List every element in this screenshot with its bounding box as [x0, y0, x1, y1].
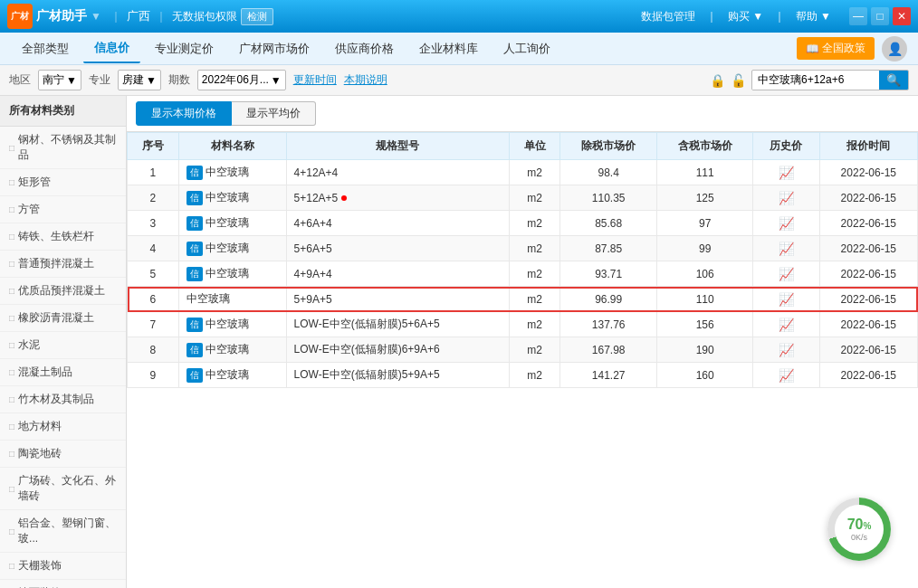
- info-badge[interactable]: 信: [186, 191, 203, 205]
- chart-icon[interactable]: 📈: [779, 166, 794, 180]
- cell-chart[interactable]: 📈: [753, 337, 819, 363]
- chart-icon[interactable]: 📈: [779, 343, 794, 357]
- sidebar-item-cast-iron[interactable]: □ 铸铁、生铁栏杆: [0, 223, 126, 251]
- table-row[interactable]: 7信中空玻璃LOW-E中空(低辐射膜)5+6A+5m2137.76156📈202…: [128, 312, 918, 337]
- help-btn[interactable]: 帮助 ▼: [796, 9, 831, 24]
- progress-percent: 70%: [847, 517, 872, 533]
- cell-chart[interactable]: 📈: [753, 160, 819, 185]
- current-price-btn[interactable]: 显示本期价格: [136, 101, 232, 126]
- sidebar-icon-bamboo: □: [9, 394, 14, 404]
- buy-btn[interactable]: 购买 ▼: [728, 9, 763, 24]
- info-badge[interactable]: 信: [186, 166, 203, 180]
- cell-chart[interactable]: 📈: [753, 287, 819, 312]
- chart-icon[interactable]: 📈: [779, 242, 794, 256]
- table-row[interactable]: 4信中空玻璃5+6A+5m287.8599📈2022-06-15: [128, 236, 918, 261]
- cell-chart[interactable]: 📈: [753, 363, 819, 388]
- info-badge[interactable]: 信: [186, 216, 203, 231]
- sidebar-item-wall[interactable]: □ 墙面装饰: [0, 580, 126, 588]
- chart-icon[interactable]: 📈: [779, 216, 794, 231]
- cell-date: 2022-06-15: [819, 363, 917, 388]
- table-row[interactable]: 9信中空玻璃LOW-E中空(低辐射膜)5+9A+5m2141.27160📈202…: [128, 363, 918, 388]
- cell-name: 信中空玻璃: [178, 261, 286, 287]
- cell-name: 信中空玻璃: [178, 363, 286, 388]
- sidebar-icon-rect-tube: □: [9, 177, 14, 187]
- sidebar-item-plaza-brick[interactable]: □ 广场砖、文化石、外墙砖: [0, 468, 126, 510]
- update-time-link[interactable]: 更新时间: [293, 72, 337, 88]
- cell-chart[interactable]: 📈: [753, 236, 819, 261]
- nav-info-price[interactable]: 信息价: [83, 34, 140, 63]
- col-inctax: 含税市场价: [656, 133, 752, 160]
- period-filter-label: 期数: [168, 72, 190, 88]
- info-badge[interactable]: 信: [186, 242, 203, 256]
- chart-icon[interactable]: 📈: [779, 267, 794, 281]
- table-row[interactable]: 5信中空玻璃4+9A+4m293.71106📈2022-06-15: [128, 261, 918, 287]
- profession-select[interactable]: 房建 ▼: [118, 70, 161, 90]
- avg-price-btn[interactable]: 显示平均价: [232, 101, 316, 126]
- cell-unit: m2: [509, 211, 560, 236]
- table-row[interactable]: 6中空玻璃5+9A+5m296.99110📈2022-06-15: [128, 287, 918, 312]
- sidebar-item-asphalt[interactable]: □ 橡胶沥青混凝土: [0, 305, 126, 332]
- sidebar-icon-concrete2: □: [9, 286, 14, 296]
- current-desc-link[interactable]: 本期说明: [344, 72, 387, 88]
- info-badge[interactable]: 信: [186, 267, 203, 281]
- cell-seq: 9: [128, 363, 179, 388]
- cell-chart[interactable]: 📈: [753, 211, 819, 236]
- close-btn[interactable]: ✕: [893, 7, 911, 25]
- minimize-btn[interactable]: —: [849, 7, 867, 25]
- sidebar-item-local[interactable]: □ 地方材料: [0, 413, 126, 441]
- cell-extax: 110.35: [560, 185, 656, 211]
- nav-enterprise-lib[interactable]: 企业材料库: [408, 35, 489, 62]
- progress-widget: 70% 0K/s: [827, 498, 891, 561]
- policy-label: 全国政策: [822, 41, 865, 56]
- sidebar-item-ceramic[interactable]: □ 陶瓷地砖: [0, 441, 126, 468]
- info-badge[interactable]: 信: [186, 368, 203, 383]
- cell-name: 信中空玻璃: [178, 185, 286, 211]
- sidebar-item-rect-tube[interactable]: □ 矩形管: [0, 169, 126, 196]
- nav-market-price[interactable]: 广材网市场价: [228, 35, 320, 62]
- info-badge[interactable]: 信: [186, 318, 203, 332]
- cell-chart[interactable]: 📈: [753, 261, 819, 287]
- sidebar-item-concrete-prod[interactable]: □ 混凝土制品: [0, 359, 126, 386]
- sidebar-item-concrete1[interactable]: □ 普通预拌混凝土: [0, 251, 126, 278]
- region-select[interactable]: 南宁 ▼: [38, 70, 81, 90]
- cell-chart[interactable]: 📈: [753, 185, 819, 211]
- region-label[interactable]: 广西: [127, 8, 150, 24]
- nav-pro-pricing[interactable]: 专业测定价: [144, 35, 225, 62]
- chart-icon[interactable]: 📈: [779, 292, 794, 307]
- sidebar-item-aluminum[interactable]: □ 铝合金、塑钢门窗、玻...: [0, 510, 126, 553]
- sidebar-item-ceiling[interactable]: □ 天棚装饰: [0, 553, 126, 580]
- cell-unit: m2: [509, 160, 560, 185]
- table-row[interactable]: 1信中空玻璃4+12A+4m298.4111📈2022-06-15: [128, 160, 918, 185]
- chart-icon[interactable]: 📈: [779, 191, 794, 205]
- cell-date: 2022-06-15: [819, 211, 917, 236]
- chart-icon[interactable]: 📈: [779, 318, 794, 332]
- search-button[interactable]: 🔍: [879, 71, 908, 90]
- period-select[interactable]: 2022年06月... ▼: [197, 70, 286, 90]
- nav-all-types[interactable]: 全部类型: [11, 35, 80, 62]
- nav-supplier-price[interactable]: 供应商价格: [324, 35, 405, 62]
- app-logo: 广材 广材助手: [7, 4, 87, 29]
- maximize-btn[interactable]: □: [871, 7, 889, 25]
- table-header-row: 序号 材料名称 规格型号 单位 除税市场价 含税市场价 历史价 报价时间: [128, 133, 918, 160]
- user-avatar[interactable]: 👤: [882, 36, 907, 62]
- table-row[interactable]: 3信中空玻璃4+6A+4m285.6897📈2022-06-15: [128, 211, 918, 236]
- sidebar-item-steel[interactable]: □ 钢材、不锈钢及其制品: [0, 127, 126, 169]
- sidebar-item-square-tube[interactable]: □ 方管: [0, 196, 126, 223]
- info-badge[interactable]: 信: [186, 343, 203, 357]
- cell-chart[interactable]: 📈: [753, 312, 819, 337]
- sidebar-item-concrete2[interactable]: □ 优质品预拌混凝土: [0, 278, 126, 305]
- sidebar-icon-ceramic: □: [9, 449, 14, 459]
- detect-button[interactable]: 检测: [241, 8, 273, 25]
- cell-name: 信中空玻璃: [178, 211, 286, 236]
- policy-button[interactable]: 📖 全国政策: [797, 37, 875, 60]
- chart-icon[interactable]: 📈: [779, 368, 794, 383]
- data-manage-btn[interactable]: 数据包管理: [641, 9, 695, 24]
- title-bar: 广材 广材助手 ▼ ｜ 广西 ｜ 无数据包权限 检测 数据包管理 ｜ 购买 ▼ …: [0, 0, 918, 33]
- table-row[interactable]: 8信中空玻璃LOW-E中空(低辐射膜)6+9A+6m2167.98190📈202…: [128, 337, 918, 363]
- sidebar-item-bamboo[interactable]: □ 竹木材及其制品: [0, 386, 126, 413]
- table-row[interactable]: 2信中空玻璃5+12A+5m2110.35125📈2022-06-15: [128, 185, 918, 211]
- search-input[interactable]: [752, 71, 879, 90]
- col-date: 报价时间: [819, 133, 917, 160]
- nav-manual-inquiry[interactable]: 人工询价: [492, 35, 561, 62]
- sidebar-item-cement[interactable]: □ 水泥: [0, 332, 126, 359]
